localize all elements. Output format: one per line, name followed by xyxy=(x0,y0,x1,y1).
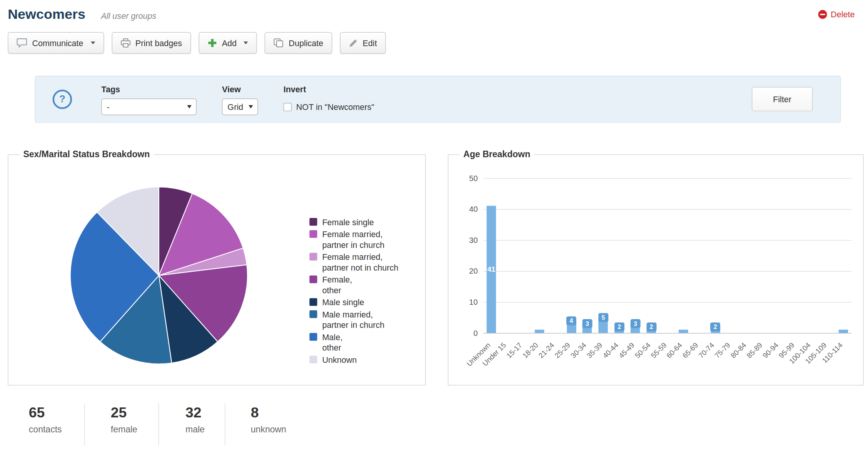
toolbar: Communicate Print badges Add xyxy=(8,32,868,54)
add-label: Add xyxy=(222,38,237,47)
pie-chart xyxy=(66,183,252,368)
legend-item: Male, other xyxy=(309,332,398,353)
tags-select-wrap: - xyxy=(101,98,196,115)
bar-value-label: 5 xyxy=(598,313,608,322)
legend-item: Female single xyxy=(309,217,398,227)
stat-value: 32 xyxy=(185,405,225,420)
stat-label: unknown xyxy=(251,425,286,435)
stat-value: 8 xyxy=(251,405,286,420)
bar-60-64 xyxy=(679,330,688,333)
legend-label: Female, other xyxy=(322,274,352,296)
legend-label: Female single xyxy=(322,217,374,227)
gridline xyxy=(483,178,851,178)
stat-male: 32 male xyxy=(159,403,225,445)
legend-item: Male single xyxy=(309,297,398,307)
page-header: Newcomers All user groups Delete xyxy=(8,6,855,22)
print-badges-button[interactable]: Print badges xyxy=(112,32,191,54)
y-axis-label: 0 xyxy=(456,328,478,338)
page-title: Newcomers xyxy=(8,6,85,22)
bar-value-label: 2 xyxy=(614,322,624,331)
legend-swatch xyxy=(309,310,317,318)
invert-option-row: NOT in "Newcomers" xyxy=(284,98,374,115)
bar-value-label: 2 xyxy=(646,322,656,331)
pie-panel-title: Sex/Marital Status Breakdown xyxy=(19,150,154,160)
legend-swatch xyxy=(309,253,317,261)
y-axis-label: 20 xyxy=(456,266,478,276)
legend-swatch xyxy=(309,276,317,283)
stat-value: 25 xyxy=(111,405,159,420)
stats-row: 65 contacts 25 female 32 male 8 unknown xyxy=(8,403,868,445)
legend-swatch xyxy=(309,333,317,341)
legend-item: Male married, partner in church xyxy=(309,309,398,330)
communicate-button[interactable]: Communicate xyxy=(8,32,104,54)
y-axis-label: 10 xyxy=(456,297,478,307)
minus-circle-icon xyxy=(818,10,827,18)
delete-label: Delete xyxy=(831,10,855,19)
duplicate-label: Duplicate xyxy=(289,38,323,47)
chat-bubble-icon xyxy=(17,38,27,47)
legend-swatch xyxy=(309,356,317,363)
legend-label: Male single xyxy=(322,297,364,307)
legend-label: Unknown xyxy=(322,354,357,365)
filter-panel: ? Tags - View Grid Invert NOT in "Newcom… xyxy=(35,76,841,123)
page-subtitle: All user groups xyxy=(101,11,156,20)
bar-value-label: 2 xyxy=(710,322,720,331)
help-icon[interactable]: ? xyxy=(53,90,72,109)
stat-label: contacts xyxy=(29,425,84,435)
view-select-wrap: Grid xyxy=(222,98,258,115)
gridline xyxy=(483,271,851,271)
bar-value-label: 41 xyxy=(487,264,496,274)
tags-filter-group: Tags - xyxy=(101,85,196,115)
y-axis-label: 30 xyxy=(456,235,478,245)
legend-item: Unknown xyxy=(309,354,398,365)
invert-filter-group: Invert NOT in "Newcomers" xyxy=(284,85,374,115)
gridline xyxy=(483,333,851,333)
plus-icon xyxy=(207,38,217,47)
bar-110-114 xyxy=(839,330,848,333)
pie-legend: Female singleFemale married, partner in … xyxy=(309,217,398,367)
view-select[interactable]: Grid xyxy=(222,98,258,115)
communicate-label: Communicate xyxy=(32,38,83,47)
legend-swatch xyxy=(309,218,317,226)
bar-chart-area: 0102030405041UnknownUnder 1515-1718-2021… xyxy=(448,155,863,385)
gridline xyxy=(483,240,851,241)
bar-value-label: 3 xyxy=(630,319,640,328)
gridline xyxy=(483,209,851,209)
legend-item: Female married, partner not in church xyxy=(309,252,398,273)
invert-option-label: NOT in "Newcomers" xyxy=(296,102,374,111)
bar-18-20 xyxy=(534,330,544,333)
sex-marital-panel: Sex/Marital Status Breakdown Female sing… xyxy=(8,155,426,386)
legend-item: Female, other xyxy=(309,274,398,296)
y-axis-label: 50 xyxy=(456,173,478,183)
bar-value-label: 3 xyxy=(582,319,592,328)
legend-item: Female married, partner in church xyxy=(309,229,398,250)
stat-female: 25 female xyxy=(85,403,159,445)
invert-checkbox[interactable] xyxy=(284,103,292,111)
stat-unknown: 8 unknown xyxy=(225,403,286,445)
copy-icon xyxy=(274,38,284,47)
tags-label: Tags xyxy=(101,85,196,95)
tags-select[interactable]: - xyxy=(101,98,196,115)
print-badges-label: Print badges xyxy=(135,38,182,47)
stat-label: female xyxy=(111,425,159,435)
gridline xyxy=(483,302,851,302)
filter-button[interactable]: Filter xyxy=(752,87,813,111)
legend-label: Female married, partner not in church xyxy=(322,252,398,273)
edit-label: Edit xyxy=(362,38,377,47)
printer-icon xyxy=(120,38,130,47)
stat-label: male xyxy=(185,425,225,435)
delete-button[interactable]: Delete xyxy=(818,10,855,19)
edit-button[interactable]: Edit xyxy=(340,32,386,54)
bar-value-label: 4 xyxy=(566,316,576,325)
chevron-down-icon xyxy=(244,42,249,44)
add-button[interactable]: Add xyxy=(199,32,257,54)
invert-label: Invert xyxy=(284,85,374,95)
chevron-down-icon xyxy=(90,42,95,44)
duplicate-button[interactable]: Duplicate xyxy=(265,32,332,54)
stat-contacts: 65 contacts xyxy=(8,403,85,445)
stat-value: 65 xyxy=(29,405,84,420)
charts-row: Sex/Marital Status Breakdown Female sing… xyxy=(8,155,863,386)
pencil-icon xyxy=(349,38,357,47)
view-label: View xyxy=(222,85,258,95)
legend-swatch xyxy=(309,298,317,306)
